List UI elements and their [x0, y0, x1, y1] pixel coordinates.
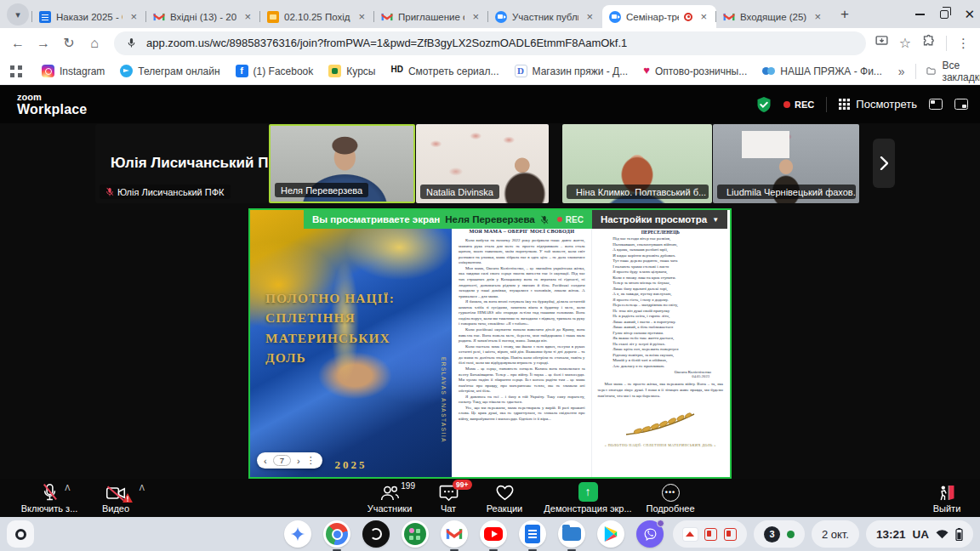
- bookmark-telegram[interactable]: Телеграм онлайн: [114, 61, 225, 81]
- bookmark-star-icon[interactable]: ☆: [899, 35, 911, 51]
- gemini-app-icon[interactable]: [284, 520, 311, 548]
- bookmark-kursy[interactable]: Курсы: [322, 61, 381, 81]
- back-button[interactable]: ←: [7, 32, 29, 54]
- reload-button[interactable]: ↻: [58, 32, 80, 54]
- browser-tab[interactable]: 02.10.25 Похідн ×: [260, 5, 374, 28]
- chrome-app-icon[interactable]: [323, 520, 350, 548]
- bookmark-yarn-shop[interactable]: DМагазин пряжи - Д...: [509, 61, 635, 81]
- participant-name-label: Ніна Климко. Полтавський б...: [567, 185, 709, 199]
- tab-close-icon[interactable]: ×: [812, 10, 823, 23]
- participant-tile-nelia-active-speaker[interactable]: Неля Переверзева: [269, 124, 415, 203]
- bookmark-facebook[interactable]: f(1) Facebook: [230, 61, 320, 81]
- browser-tab[interactable]: Участник публи ×: [488, 5, 602, 28]
- gmail-app-icon[interactable]: [441, 520, 468, 548]
- video-button[interactable]: ᐱ Видео: [88, 482, 143, 514]
- browser-tab[interactable]: Приглашение о ×: [374, 5, 488, 28]
- bookmark-serial[interactable]: HDСмотреть сериал...: [385, 61, 504, 81]
- next-participants-button[interactable]: [873, 139, 895, 188]
- install-app-icon[interactable]: [875, 34, 889, 52]
- browser-menu-icon[interactable]: ⋮: [957, 36, 970, 51]
- screen-capture-tray[interactable]: [673, 520, 747, 548]
- prev-page-button[interactable]: ‹: [264, 456, 267, 466]
- files-app-icon[interactable]: [558, 520, 585, 548]
- tab-close-icon[interactable]: ×: [698, 10, 709, 23]
- divider: [826, 97, 827, 112]
- extensions-icon[interactable]: [921, 34, 936, 52]
- home-button[interactable]: ⌂: [83, 32, 105, 54]
- launcher-button[interactable]: [7, 520, 34, 548]
- browser-toolbar: ← → ↻ ⌂ app.zoom.us/wc/89858376316/join?…: [0, 28, 980, 58]
- date-tray[interactable]: 2 окт.: [812, 520, 859, 548]
- tab-title: Накази 2025 - G: [56, 12, 122, 22]
- tab-close-icon[interactable]: ×: [242, 10, 254, 23]
- viber-app-icon[interactable]: [636, 520, 664, 548]
- participant-tile-liudmila[interactable]: Liudmila Чернівецький фахов...: [713, 124, 859, 203]
- apps-shortcut-icon[interactable]: [10, 65, 22, 77]
- poem-date: 04.05.2023: [598, 374, 723, 378]
- window-restore-button[interactable]: [940, 10, 949, 19]
- window-close-button[interactable]: ✕: [964, 8, 975, 20]
- spiral-app-icon[interactable]: [362, 520, 390, 548]
- green-shapes-app-icon[interactable]: [402, 520, 429, 548]
- chevron-up-icon[interactable]: ᐱ: [65, 484, 70, 492]
- caret-down-icon: ▼: [712, 216, 719, 224]
- view-options-button[interactable]: Настройки просмотра ▼: [592, 210, 727, 229]
- more-label: Подробнее: [646, 503, 694, 514]
- page-number[interactable]: 7: [273, 455, 291, 466]
- participant-name-label: Юлія Лисичанський ПФК: [100, 185, 231, 199]
- tab-close-icon[interactable]: ×: [470, 10, 481, 23]
- address-bar[interactable]: app.zoom.us/wc/89858376316/join?fromPWA=…: [114, 31, 866, 55]
- browser-tab[interactable]: Накази 2025 - G ×: [32, 5, 146, 28]
- play-store-app-icon[interactable]: [597, 520, 624, 548]
- participant-tile-natalia[interactable]: Natalia Divinska: [416, 124, 549, 203]
- tab-close-icon[interactable]: ×: [584, 10, 595, 23]
- bookmark-label: Оптово-розничны...: [655, 65, 747, 77]
- all-bookmarks-button[interactable]: Все закладки: [915, 60, 980, 83]
- new-tab-button[interactable]: +: [834, 3, 856, 26]
- view-button[interactable]: Посмотреть: [839, 98, 917, 111]
- shared-book-cover: ПОЛОТНО НАЦІЇ: СПЛЕТІННЯ МАТЕРИНСЬКИХ ДО…: [250, 210, 452, 477]
- bookmark-optovo[interactable]: ♥Оптово-розничны...: [637, 61, 753, 81]
- bookmark-nasha-pryazha[interactable]: НАША ПРЯЖА - Фи...: [756, 61, 888, 81]
- browser-tab[interactable]: Вхідні (13) - 202 ×: [146, 5, 260, 28]
- more-button[interactable]: ••• Подробнее: [640, 482, 701, 514]
- window-minimize-button[interactable]: [915, 14, 925, 15]
- tab-search-button[interactable]: ▾: [7, 3, 29, 26]
- system-tray[interactable]: 13:21 UA: [866, 520, 973, 548]
- participants-button[interactable]: 199 Участники: [357, 482, 422, 514]
- browser-tab-active[interactable]: Семінар-тре ×: [602, 5, 716, 28]
- bookmarks-overflow-icon[interactable]: »: [892, 65, 912, 78]
- tab-title: Приглашение о: [398, 12, 464, 22]
- leave-button[interactable]: Выйти: [926, 482, 968, 514]
- youtube-app-icon[interactable]: [480, 520, 507, 548]
- url-text: app.zoom.us/wc/89858376316/join?fromPWA=…: [146, 37, 627, 49]
- chat-button[interactable]: 99+ Чат: [430, 482, 467, 514]
- more-pages-icon[interactable]: ⋮: [306, 455, 316, 466]
- site-info-mic-icon[interactable]: [122, 35, 140, 52]
- tab-close-icon[interactable]: ×: [356, 10, 368, 23]
- unmute-button[interactable]: ᐱ Включить з...: [12, 482, 87, 514]
- tab-close-icon[interactable]: ×: [128, 10, 140, 23]
- bookmark-instagram[interactable]: Instagram: [36, 61, 111, 81]
- browser-tab-strip: ▾ Накази 2025 - G × Вхідні (13) - 202 × …: [0, 0, 980, 28]
- picture-in-picture-icon[interactable]: [929, 99, 943, 110]
- participant-tile-nina[interactable]: Ніна Климко. Полтавський б...: [562, 124, 712, 203]
- next-page-button[interactable]: ›: [297, 456, 300, 466]
- docs-app-icon[interactable]: [519, 520, 546, 548]
- share-screen-button[interactable]: ↑ Демонстрация экр...: [536, 482, 640, 514]
- ellipsis-icon: •••: [662, 484, 680, 502]
- reactions-label: Реакции: [487, 503, 523, 514]
- forward-button[interactable]: →: [32, 32, 54, 54]
- gmail-favicon: [381, 11, 393, 23]
- chevron-up-icon[interactable]: ᐱ: [140, 484, 145, 492]
- instagram-icon: [42, 65, 54, 77]
- participant-tile-yuliia[interactable]: Юлія Лисичанський ПФК Юлія Лисичанський …: [95, 124, 268, 203]
- reactions-button[interactable]: Реакции: [479, 482, 530, 514]
- pop-out-window-icon[interactable]: [954, 99, 968, 110]
- browser-tab[interactable]: Входящие (25) - ×: [716, 5, 830, 28]
- encryption-shield-icon: [756, 96, 772, 113]
- screen: ▾ Накази 2025 - G × Вхідні (13) - 202 × …: [0, 0, 980, 551]
- participant-name-label: Natalia Divinska: [420, 185, 499, 199]
- banner-text: Вы просматриваете экран: [312, 214, 440, 224]
- notification-tray[interactable]: 3: [754, 520, 805, 548]
